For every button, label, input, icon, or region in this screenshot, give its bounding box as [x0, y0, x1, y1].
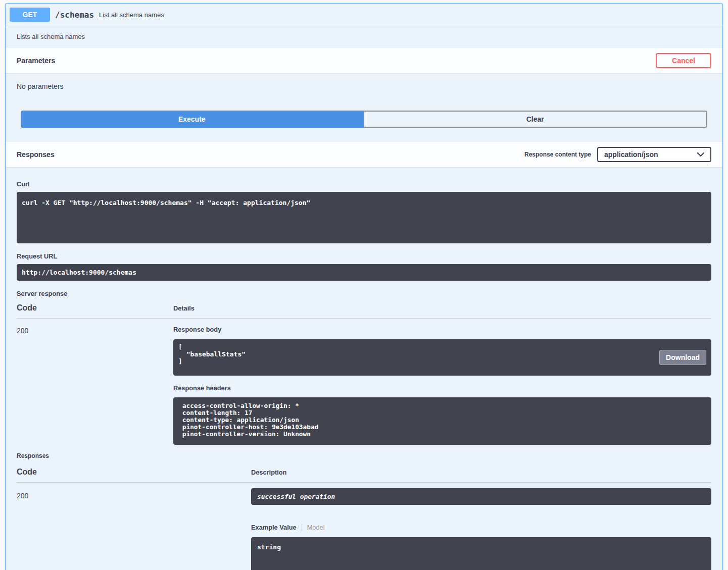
- no-parameters-text: No parameters: [17, 82, 64, 90]
- model-example-tabs: Example Value Model: [251, 524, 711, 531]
- curl-command-block[interactable]: curl -X GET "http://localhost:9000/schem…: [17, 192, 711, 243]
- chevron-down-icon: [697, 152, 704, 157]
- response-content-type-value: application/json: [604, 150, 658, 159]
- code-column-header: Code: [17, 303, 173, 313]
- example-value-block: string: [251, 537, 711, 570]
- parameters-section-header: Parameters Cancel: [6, 48, 722, 73]
- documented-response-row: 200 successful operation Example Value M…: [17, 483, 711, 570]
- documented-responses: Responses Code Description 200 successfu…: [17, 452, 711, 570]
- server-response-row: 200 Response body [ "baseballStats" ] Do…: [17, 319, 711, 445]
- http-method-badge: GET: [10, 8, 50, 22]
- details-column-header: Details: [173, 304, 195, 312]
- server-response-details: Response body [ "baseballStats" ] Downlo…: [173, 319, 711, 445]
- server-response-code: 200: [17, 319, 173, 445]
- parameters-title: Parameters: [17, 57, 55, 65]
- response-content-type: Response content type application/json: [524, 147, 711, 162]
- opblock-get-schemas: GET /schemas List all schema names Lists…: [5, 3, 723, 570]
- documented-responses-label: Responses: [17, 452, 711, 459]
- example-value-text: string: [257, 543, 705, 551]
- server-response-table-header: Code Details: [17, 297, 711, 319]
- response-content-type-label: Response content type: [524, 151, 591, 158]
- endpoint-summary: List all schema names: [99, 11, 164, 19]
- opblock-summary[interactable]: GET /schemas List all schema names: [6, 4, 722, 26]
- request-url-text: http://localhost:9000/schemas: [22, 269, 706, 276]
- responses-title: Responses: [17, 150, 55, 159]
- response-headers-block: access-control-allow-origin: * content-l…: [173, 397, 711, 445]
- endpoint-description: Lists all schema names: [6, 26, 722, 48]
- clear-button[interactable]: Clear: [363, 111, 708, 128]
- tab-model[interactable]: Model: [302, 524, 325, 531]
- response-body-block: [ "baseballStats" ] Download: [173, 339, 711, 376]
- download-button[interactable]: Download: [659, 350, 706, 365]
- documented-responses-table-header: Code Description: [17, 459, 711, 483]
- response-headers-text: access-control-allow-origin: * content-l…: [178, 402, 706, 438]
- responses-body: Curl curl -X GET "http://localhost:9000/…: [6, 167, 722, 570]
- response-headers-label: Response headers: [173, 384, 711, 392]
- server-response-label: Server response: [17, 290, 711, 297]
- cancel-button[interactable]: Cancel: [656, 53, 711, 68]
- curl-command-text: curl -X GET "http://localhost:9000/schem…: [22, 199, 706, 206]
- documented-response-code: 200: [17, 483, 251, 570]
- execute-button[interactable]: Execute: [21, 111, 363, 128]
- response-description-text: successful operation: [257, 493, 705, 500]
- endpoint-path: /schemas: [55, 10, 94, 20]
- description-column-header: Description: [251, 469, 286, 476]
- request-url-label: Request URL: [17, 252, 711, 260]
- response-body-label: Response body: [173, 326, 711, 333]
- responses-section-header: Responses Response content type applicat…: [6, 142, 722, 167]
- execute-row: Execute Clear: [21, 111, 707, 128]
- documented-code-column-header: Code: [17, 468, 251, 477]
- parameters-body: No parameters: [6, 73, 722, 111]
- tab-example-value[interactable]: Example Value: [251, 524, 302, 531]
- response-content-type-select[interactable]: application/json: [597, 147, 711, 162]
- response-description-block: successful operation: [251, 488, 711, 505]
- request-url-block: http://localhost:9000/schemas: [17, 264, 711, 281]
- response-body-text: [ "baseballStats" ]: [178, 343, 706, 366]
- swagger-page: GET /schemas List all schema names Lists…: [0, 0, 728, 570]
- documented-response-description-cell: successful operation Example Value Model…: [251, 483, 711, 570]
- curl-label: Curl: [17, 180, 711, 188]
